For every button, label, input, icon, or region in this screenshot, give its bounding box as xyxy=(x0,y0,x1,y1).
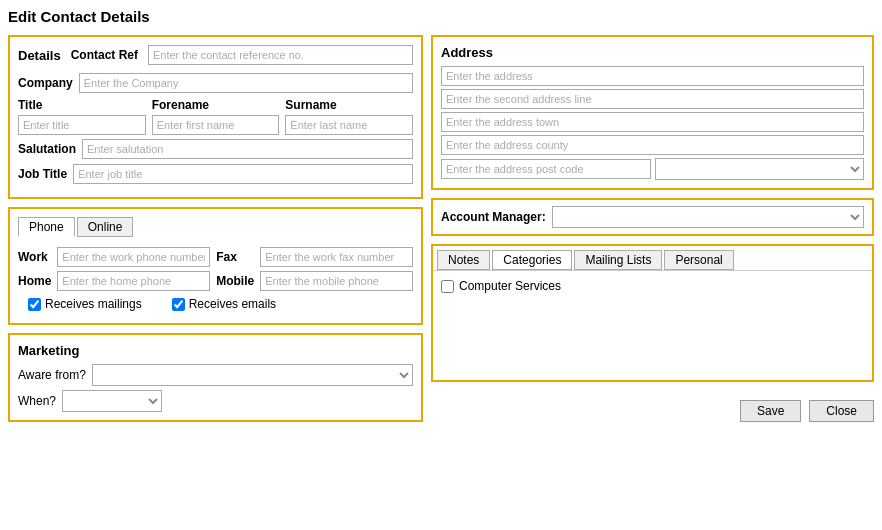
postcode-country-select[interactable] xyxy=(655,158,865,180)
mobile-label: Mobile xyxy=(216,274,254,288)
title-input[interactable] xyxy=(18,115,146,135)
salutation-input[interactable] xyxy=(82,139,413,159)
receives-emails-item: Receives emails xyxy=(172,297,276,311)
receives-mailings-checkbox[interactable] xyxy=(28,298,41,311)
salutation-label: Salutation xyxy=(18,142,76,156)
when-select[interactable] xyxy=(62,390,162,412)
tab-personal[interactable]: Personal xyxy=(664,250,733,270)
account-manager-select[interactable] xyxy=(552,206,864,228)
phone-tab-bar: Phone Online xyxy=(18,217,413,237)
category-computer-services-label: Computer Services xyxy=(459,279,561,293)
receives-mailings-label: Receives mailings xyxy=(45,297,142,311)
account-manager-label: Account Manager: xyxy=(441,210,546,224)
company-input[interactable] xyxy=(79,73,413,93)
aware-from-label: Aware from? xyxy=(18,368,86,382)
company-label: Company xyxy=(18,76,73,90)
surname-col-label: Surname xyxy=(285,98,413,112)
phone-tab-content: Work Fax Home Mobile Receives mailings xyxy=(18,243,413,315)
title-col-label: Title xyxy=(18,98,146,112)
categories-tab-content: Computer Services xyxy=(433,271,872,301)
right-tabs-panel: Notes Categories Mailing Lists Personal … xyxy=(431,244,874,382)
job-title-label: Job Title xyxy=(18,167,67,181)
phone-panel: Phone Online Work Fax Home Mobile xyxy=(8,207,423,325)
home-phone-input[interactable] xyxy=(57,271,210,291)
receives-mailings-item: Receives mailings xyxy=(28,297,142,311)
marketing-panel: Marketing Aware from? When? xyxy=(8,333,423,422)
category-computer-services-checkbox[interactable] xyxy=(441,280,454,293)
town-input[interactable] xyxy=(441,112,864,132)
details-panel: Details Contact Ref Company Title Forena… xyxy=(8,35,423,199)
tab-online[interactable]: Online xyxy=(77,217,134,237)
page-title: Edit Contact Details xyxy=(8,8,874,25)
address-panel: Address xyxy=(431,35,874,190)
work-label: Work xyxy=(18,250,51,264)
address-panel-label: Address xyxy=(441,45,864,60)
tab-mailing-lists[interactable]: Mailing Lists xyxy=(574,250,662,270)
tab-notes[interactable]: Notes xyxy=(437,250,490,270)
county-input[interactable] xyxy=(441,135,864,155)
right-tab-bar: Notes Categories Mailing Lists Personal xyxy=(433,246,872,271)
fax-label: Fax xyxy=(216,250,254,264)
receives-emails-label: Receives emails xyxy=(189,297,276,311)
address2-input[interactable] xyxy=(441,89,864,109)
save-button[interactable]: Save xyxy=(740,400,801,422)
job-title-input[interactable] xyxy=(73,164,413,184)
forename-col-label: Forename xyxy=(152,98,280,112)
contact-ref-input[interactable] xyxy=(148,45,413,65)
contact-ref-label: Contact Ref xyxy=(71,48,138,62)
receives-emails-checkbox[interactable] xyxy=(172,298,185,311)
close-button[interactable]: Close xyxy=(809,400,874,422)
aware-from-select[interactable] xyxy=(92,364,413,386)
when-label: When? xyxy=(18,394,56,408)
postcode-input[interactable] xyxy=(441,159,651,179)
marketing-label: Marketing xyxy=(18,343,413,358)
tab-phone[interactable]: Phone xyxy=(18,217,75,237)
address1-input[interactable] xyxy=(441,66,864,86)
tab-categories[interactable]: Categories xyxy=(492,250,572,270)
surname-input[interactable] xyxy=(285,115,413,135)
category-computer-services: Computer Services xyxy=(441,279,864,293)
account-manager-row: Account Manager: xyxy=(431,198,874,236)
bottom-buttons: Save Close xyxy=(431,400,874,422)
forename-input[interactable] xyxy=(152,115,280,135)
home-label: Home xyxy=(18,274,51,288)
details-tab-label: Details xyxy=(18,48,61,63)
fax-input[interactable] xyxy=(260,247,413,267)
work-phone-input[interactable] xyxy=(57,247,210,267)
mobile-input[interactable] xyxy=(260,271,413,291)
